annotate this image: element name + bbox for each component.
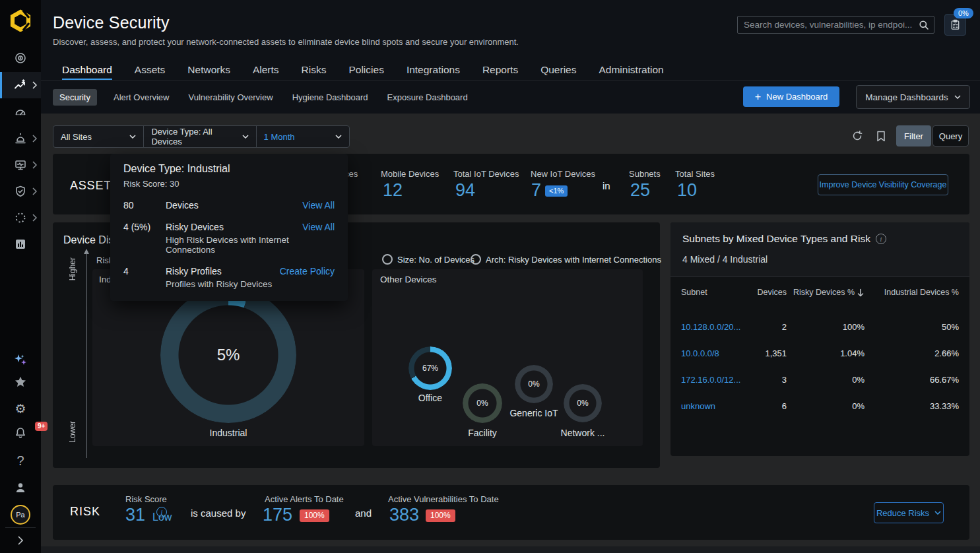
search-icon[interactable] [919, 20, 929, 30]
radio-arch-risky[interactable]: Arch: Risky Devices with Internet Connec… [471, 254, 661, 265]
time-range-filter-select[interactable]: 1 Month [257, 126, 349, 147]
col-devices[interactable]: Devices [758, 288, 787, 297]
checklist-icon [950, 19, 961, 30]
question-icon: ? [16, 454, 24, 467]
subnets-table-header: Subnet Devices Risky Devices % Industria… [670, 276, 969, 308]
subnet-link[interactable]: unknown [681, 401, 747, 411]
new-dashboard-button[interactable]: + New Dashboard [743, 86, 839, 107]
subnets-title: Subnets by Mixed Device Types and Risk i [682, 233, 886, 245]
reduce-risks-button[interactable]: Reduce Risks [874, 502, 944, 523]
view-all-link[interactable]: View All [302, 222, 335, 232]
brand-logo-icon[interactable] [9, 9, 32, 32]
refresh-icon[interactable] [850, 129, 865, 143]
info-icon[interactable]: i [876, 234, 886, 244]
search-input[interactable] [738, 20, 919, 30]
sidebar-item-device-security[interactable] [0, 72, 41, 98]
subtab-hygiene-dashboard[interactable]: Hygiene Dashboard [290, 89, 371, 106]
donut-center-value: 5% [160, 287, 296, 423]
device-type-filter-select[interactable]: Device Type: All Devices [144, 126, 256, 147]
query-mode-toggle[interactable]: Query [932, 125, 969, 146]
create-policy-link[interactable]: Create Policy [280, 266, 335, 276]
tab-dashboard[interactable]: Dashboard [62, 61, 112, 81]
sidebar-item-monitoring[interactable] [0, 152, 41, 178]
sidebar-item-dashboard[interactable] [0, 100, 41, 125]
sidebar-item-policies[interactable] [0, 179, 41, 204]
stat-subnets-label: Subnets [629, 169, 661, 179]
subtab-exposure-dashboard[interactable]: Exposure Dashboard [385, 89, 471, 106]
cell-devices: 1,351 [765, 348, 787, 358]
chevron-down-icon [335, 135, 342, 139]
improve-visibility-button[interactable]: Improve Device Visibility Coverage [818, 174, 948, 195]
user-avatar[interactable]: Pa [0, 502, 41, 528]
sidebar: ⚙ 9+ ? Pa [0, 0, 41, 553]
bookmark-icon[interactable] [874, 129, 888, 143]
active-alerts-label: Active Alerts To Date [265, 494, 344, 504]
office-ring-value: 67% [408, 346, 452, 390]
sidebar-item-help[interactable]: ? [0, 448, 41, 473]
popup-row-devices: 80 Devices View All [123, 200, 335, 211]
subtab-alert-overview[interactable]: Alert Overview [111, 89, 172, 106]
cell-devices: 2 [782, 322, 787, 332]
office-ring-chart[interactable]: 67% [408, 346, 452, 390]
sidebar-collapse-button[interactable] [0, 531, 41, 550]
subtab-vulnerability-overview[interactable]: Vulnerability Overview [186, 89, 276, 106]
generic-iot-ring-chart[interactable]: 0% [515, 365, 553, 403]
stat-subnets-value: 25 [630, 180, 650, 201]
tab-queries[interactable]: Queries [540, 61, 576, 81]
and-connector: and [355, 507, 372, 519]
monitor-pulse-icon [14, 158, 27, 172]
tab-assets[interactable]: Assets [135, 61, 166, 81]
page-subtitle: Discover, assess, and protect your netwo… [53, 37, 519, 47]
shield-check-icon [14, 185, 27, 198]
sidebar-item-account[interactable] [0, 475, 41, 500]
col-industrial-devices[interactable]: Industrial Devices % [884, 288, 959, 297]
sidebar-item-discovery[interactable] [0, 46, 41, 71]
subnets-panel: Subnets by Mixed Device Types and Risk i… [670, 222, 969, 456]
network-ring-label: Network ... [561, 428, 605, 438]
subnet-link[interactable]: 10.0.0.0/8 [681, 348, 747, 358]
gear-icon: ⚙ [15, 403, 26, 415]
sites-filter-select[interactable]: All Sites [53, 126, 144, 147]
manage-dashboards-button[interactable]: Manage Dashboards [856, 85, 970, 109]
popup-row-risky-profiles: 4 Risky Profiles Create Policy Profiles … [123, 266, 335, 289]
facility-ring-label: Facility [468, 428, 497, 438]
tab-administration[interactable]: Administration [599, 61, 663, 81]
view-all-link[interactable]: View All [302, 200, 335, 211]
sidebar-item-favorites[interactable] [0, 370, 41, 395]
filter-mode-toggle[interactable]: Filter [896, 125, 931, 146]
sidebar-item-alerts[interactable] [0, 126, 41, 151]
tab-reports[interactable]: Reports [482, 61, 518, 81]
global-search [737, 16, 934, 34]
col-subnet[interactable]: Subnet [681, 288, 747, 297]
risk-connector: is caused by [191, 507, 245, 519]
tab-networks[interactable]: Networks [187, 61, 230, 81]
tab-integrations[interactable]: Integrations [407, 61, 460, 81]
tabs-divider [41, 80, 980, 81]
coverage-badge: 0% [954, 8, 973, 18]
tab-risks[interactable]: Risks [302, 61, 327, 81]
sidebar-item-lifecycle[interactable] [0, 205, 41, 230]
stat-total-sites-label: Total Sites [675, 169, 715, 179]
chevron-right-icon [32, 135, 37, 143]
risk-level: Low [152, 511, 172, 523]
sidebar-item-settings[interactable]: ⚙ [0, 396, 41, 421]
chevron-down-icon [129, 135, 136, 139]
tab-alerts[interactable]: Alerts [253, 61, 279, 81]
cell-risky: 100% [843, 322, 865, 332]
industrial-donut-chart[interactable]: 5% [160, 287, 296, 423]
alarm-icon [14, 132, 27, 145]
network-ring-chart[interactable]: 0% [564, 384, 602, 422]
radio-size-devices[interactable]: Size: No. of Devices [382, 254, 474, 265]
subtab-security[interactable]: Security [53, 89, 97, 106]
facility-ring-chart[interactable]: 0% [463, 383, 502, 423]
subnet-link[interactable]: 10.128.0.0/20... [681, 322, 747, 332]
stat-new-iot-value: 7 [531, 180, 541, 201]
device-type-popup: Device Type: Industrial Risk Score: 30 8… [110, 154, 348, 301]
generic-iot-ring-label: Generic IoT [509, 408, 558, 418]
risk-panel: RISK i Risk Score 31 Low is caused by Ac… [53, 485, 969, 540]
tab-policies[interactable]: Policies [348, 61, 383, 81]
sidebar-item-notifications[interactable]: 9+ [0, 420, 41, 445]
subnet-link[interactable]: 172.16.0.0/12... [681, 375, 747, 385]
sidebar-item-reports[interactable] [0, 232, 41, 257]
col-risky-devices[interactable]: Risky Devices % [793, 288, 865, 297]
